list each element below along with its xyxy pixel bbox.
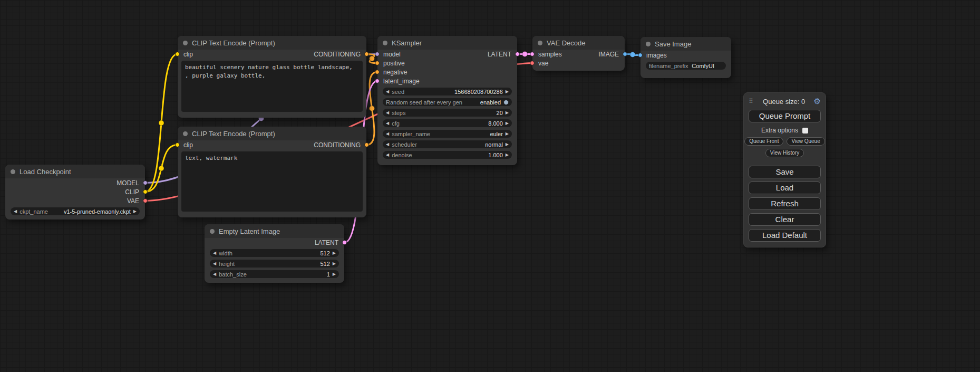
collapse-dot-icon[interactable] [183,41,188,45]
view-history-button[interactable]: View History [765,149,804,157]
node-titlebar[interactable]: KSampler [377,36,517,50]
denoise-number-widget[interactable]: ◀ denoise 1.000 ▶ [383,151,512,159]
collapse-dot-icon[interactable] [11,169,15,174]
node-titlebar[interactable]: VAE Decode [532,36,625,50]
seed-number-widget[interactable]: ◀ seed 156680208700286 ▶ [383,88,512,96]
input-label: images [646,52,667,59]
arrow-right-icon[interactable]: ▶ [506,90,509,94]
input-label: model [383,51,401,58]
node-graph-canvas[interactable]: Load Checkpoint MODEL CLIP VAE ◀ ckpt_na… [0,0,980,372]
input-label: samples [538,51,562,58]
arrow-right-icon[interactable]: ▶ [333,251,336,255]
arrow-right-icon[interactable]: ▶ [506,111,509,115]
settings-gear-icon[interactable]: ⚙ [814,97,821,106]
output-label: MODEL [117,179,139,187]
node-save-image[interactable]: Save Image images filename_prefix ComfyU… [641,37,731,78]
save-button[interactable]: Save [749,166,821,178]
vae-output-port[interactable] [143,198,148,203]
arrow-left-icon[interactable]: ◀ [386,121,389,126]
collapse-dot-icon[interactable] [210,229,215,234]
port-row: model LATENT [377,50,517,59]
node-ksampler[interactable]: KSampler model LATENT positive negative [377,36,517,165]
arrow-right-icon[interactable]: ▶ [333,262,336,266]
images-input-port[interactable] [638,53,643,58]
arrow-left-icon[interactable]: ◀ [213,262,216,266]
output-row: VAE [5,196,145,205]
arrow-left-icon[interactable]: ◀ [386,142,389,147]
scheduler-combo-widget[interactable]: ◀ scheduler normal ▶ [383,140,512,148]
port-row: images [641,51,731,60]
model-input-port[interactable] [375,52,380,56]
latent-output-port[interactable] [515,52,520,56]
latent-output-port[interactable] [342,240,347,245]
widget-label: batch_size [219,271,247,278]
arrow-right-icon[interactable]: ▶ [333,272,336,276]
clip-output-port[interactable] [143,189,148,194]
clear-button[interactable]: Clear [749,213,821,226]
node-clip-text-encode-positive[interactable]: CLIP Text Encode (Prompt) clip CONDITION… [178,36,366,118]
height-number-widget[interactable]: ◀ height 512 ▶ [210,260,339,268]
ckpt-name-combo-widget[interactable]: ◀ ckpt_name v1-5-pruned-emaonly.ckpt ▶ [11,207,140,215]
samples-input-port[interactable] [530,52,535,56]
node-titlebar[interactable]: Load Checkpoint [5,165,145,178]
image-output-port[interactable] [623,52,627,56]
negative-input-port[interactable] [375,70,380,74]
arrow-left-icon[interactable]: ◀ [213,251,216,255]
node-titlebar[interactable]: Save Image [641,37,731,51]
drag-handle-icon[interactable]: ⠿ [749,98,753,105]
width-number-widget[interactable]: ◀ width 512 ▶ [210,249,339,257]
collapse-dot-icon[interactable] [383,41,387,45]
node-clip-text-encode-negative[interactable]: CLIP Text Encode (Prompt) clip CONDITION… [178,127,366,217]
steps-number-widget[interactable]: ◀ steps 20 ▶ [383,109,512,117]
arrow-left-icon[interactable]: ◀ [386,153,389,157]
load-button[interactable]: Load [749,182,821,194]
output-row: MODEL [5,178,145,187]
batch-size-number-widget[interactable]: ◀ batch_size 1 ▶ [210,270,339,278]
arrow-left-icon[interactable]: ◀ [213,272,216,276]
conditioning-output-port[interactable] [364,142,369,147]
node-vae-decode[interactable]: VAE Decode samples IMAGE vae [532,36,625,71]
load-default-button[interactable]: Load Default [749,229,821,242]
arrow-left-icon[interactable]: ◀ [14,209,17,214]
clip-input-port[interactable] [175,142,180,147]
cfg-number-widget[interactable]: ◀ cfg 8.000 ▶ [383,119,512,127]
filename-prefix-text-widget[interactable]: filename_prefix ComfyUI [646,62,726,70]
arrow-right-icon[interactable]: ▶ [506,142,509,147]
model-output-port[interactable] [143,180,148,185]
positive-input-port[interactable] [375,61,380,65]
node-empty-latent-image[interactable]: Empty Latent Image LATENT ◀ width 512 ▶ … [205,224,344,283]
toggle-knob-icon[interactable] [503,100,509,105]
prompt-text-area[interactable]: beautiful scenery nature glass bottle la… [181,61,363,112]
extra-options-row: Extra options [749,127,821,134]
widget-value: 1.000 [488,152,503,158]
vae-input-port[interactable] [530,61,535,65]
queue-prompt-button[interactable]: Queue Prompt [749,110,821,122]
view-queue-button[interactable]: View Queue [787,137,824,146]
arrow-left-icon[interactable]: ◀ [386,90,389,94]
queue-front-button[interactable]: Queue Front [744,137,783,146]
latent-image-input-port[interactable] [375,79,380,83]
arrow-right-icon[interactable]: ▶ [133,209,137,214]
extra-options-checkbox[interactable] [802,128,808,133]
arrow-right-icon[interactable]: ▶ [506,121,509,126]
collapse-dot-icon[interactable] [538,41,542,45]
arrow-right-icon[interactable]: ▶ [506,132,509,136]
sampler-name-combo-widget[interactable]: ◀ sampler_name euler ▶ [383,130,512,138]
prompt-text-area[interactable]: text, watermark [181,151,363,212]
clip-input-port[interactable] [175,52,180,56]
conditioning-output-port[interactable] [364,52,369,56]
node-titlebar[interactable]: CLIP Text Encode (Prompt) [178,36,366,50]
arrow-left-icon[interactable]: ◀ [386,132,389,136]
random-seed-toggle-widget[interactable]: Random seed after every gen enabled [383,98,512,106]
node-titlebar[interactable]: CLIP Text Encode (Prompt) [178,127,366,140]
refresh-button[interactable]: Refresh [749,197,821,210]
arrow-left-icon[interactable]: ◀ [386,111,389,115]
node-titlebar[interactable]: Empty Latent Image [205,224,344,238]
node-load-checkpoint[interactable]: Load Checkpoint MODEL CLIP VAE ◀ ckpt_na… [5,165,145,220]
queue-buttons-row: Queue Front View Queue [749,137,821,146]
collapse-dot-icon[interactable] [183,131,188,136]
port-row: samples IMAGE [532,50,625,59]
arrow-right-icon[interactable]: ▶ [506,153,509,157]
output-label: LATENT [315,239,338,246]
collapse-dot-icon[interactable] [646,42,651,46]
